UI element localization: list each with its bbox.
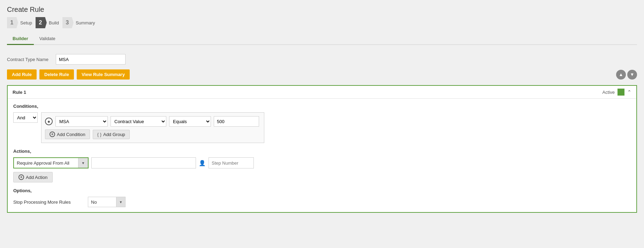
action-type-container: ▼: [13, 157, 89, 168]
collapse-button[interactable]: ⌃: [627, 89, 631, 95]
rule-header-right: Active ⌃: [603, 89, 631, 96]
move-down-button[interactable]: ▼: [627, 70, 637, 80]
stop-processing-select-container: No ▼: [88, 197, 126, 207]
step-2-label: Build: [49, 20, 59, 25]
rule-body: Conditions, And ● MSA Contract Value: [8, 99, 636, 212]
page-title: Create Rule: [7, 6, 637, 14]
action-row: ▼ 👤: [13, 157, 631, 168]
move-up-button[interactable]: ▲: [616, 70, 626, 80]
options-label: Options,: [13, 188, 631, 193]
action-target-input[interactable]: [91, 157, 196, 168]
stop-processing-label: Stop Processing More Rules: [13, 200, 83, 205]
options-row: Stop Processing More Rules No ▼: [13, 197, 631, 207]
step-number-input[interactable]: [209, 157, 254, 168]
tabs-bar: Builder Validate: [7, 33, 637, 45]
add-condition-button[interactable]: + Add Condition: [45, 129, 90, 139]
options-section: Options, Stop Processing More Rules No ▼: [13, 188, 631, 207]
add-group-label: Add Group: [103, 132, 125, 137]
form-section: Contract Type Name Add Rule Delete Rule …: [7, 51, 637, 220]
delete-rule-button[interactable]: Delete Rule: [39, 69, 74, 80]
step-3-label: Summary: [76, 20, 95, 25]
stop-processing-value: No: [88, 198, 116, 206]
toolbar: Add Rule Delete Rule View Rule Summary ▲…: [7, 69, 637, 80]
remove-condition-button[interactable]: ●: [45, 118, 53, 125]
add-condition-label: Add Condition: [57, 132, 85, 137]
wizard-step-2[interactable]: 2 Build: [36, 17, 62, 28]
condition-group: ● MSA Contract Value Equals: [41, 112, 264, 143]
condition-operator-select[interactable]: Equals: [169, 116, 211, 127]
actions-label: Actions,: [13, 149, 631, 154]
add-action-button[interactable]: + Add Action: [13, 172, 53, 182]
conditions-label: Conditions,: [13, 104, 631, 109]
tab-builder[interactable]: Builder: [7, 33, 34, 45]
action-type-input[interactable]: [14, 159, 78, 167]
condition-field2-select[interactable]: Contract Value: [111, 116, 166, 127]
add-rule-button[interactable]: Add Rule: [7, 69, 37, 80]
wizard-steps: 1 Setup 2 Build 3 Summary: [7, 17, 637, 28]
contract-type-input[interactable]: [56, 54, 126, 65]
step-1-label: Setup: [20, 20, 32, 25]
view-rule-summary-button[interactable]: View Rule Summary: [77, 69, 130, 80]
conditions-row: And ● MSA Contract Value Equ: [13, 112, 631, 143]
tab-validate[interactable]: Validate: [34, 33, 61, 45]
condition-row: ● MSA Contract Value Equals: [45, 116, 259, 127]
wizard-step-1[interactable]: 1 Setup: [7, 17, 36, 28]
active-indicator: [618, 89, 624, 96]
person-icon-button[interactable]: 👤: [199, 160, 206, 166]
add-condition-icon: +: [50, 131, 55, 137]
action-type-dropdown-button[interactable]: ▼: [78, 158, 88, 168]
add-action-icon: +: [18, 174, 24, 180]
condition-field1-select[interactable]: MSA: [55, 116, 108, 127]
step-3-number: 3: [62, 17, 74, 28]
stop-processing-dropdown-button[interactable]: ▼: [116, 197, 125, 207]
actions-section: Actions, ▼ 👤 + Add Action: [13, 149, 631, 182]
active-label: Active: [603, 90, 615, 95]
add-action-label: Add Action: [26, 175, 47, 180]
add-group-icon: { }: [97, 132, 101, 137]
contract-type-row: Contract Type Name: [7, 54, 637, 65]
step-1-number: 1: [7, 17, 18, 28]
and-select[interactable]: And: [13, 112, 38, 123]
rule-header: Rule 1 Active ⌃: [8, 86, 636, 99]
rule-title: Rule 1: [13, 90, 26, 95]
add-group-button[interactable]: { } Add Group: [93, 130, 130, 139]
rule-container: Rule 1 Active ⌃ Conditions, And: [7, 85, 637, 213]
wizard-step-3[interactable]: 3 Summary: [62, 17, 99, 28]
step-2-number: 2: [36, 17, 47, 28]
condition-value-input[interactable]: [214, 116, 259, 127]
condition-actions: + Add Condition { } Add Group: [45, 129, 259, 139]
up-down-buttons: ▲ ▼: [616, 70, 637, 80]
contract-type-label: Contract Type Name: [7, 57, 52, 62]
